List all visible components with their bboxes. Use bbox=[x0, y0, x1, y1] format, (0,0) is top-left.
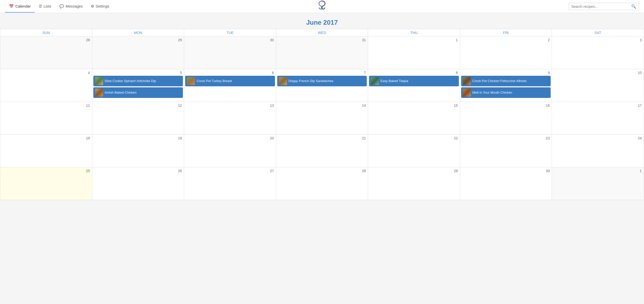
cal-cell[interactable]: 1 bbox=[552, 167, 644, 200]
day-number: 2 bbox=[461, 37, 551, 43]
recipe-name: Crock Pot Turkey Breast bbox=[196, 79, 232, 83]
search-icon: 🔍 bbox=[631, 4, 636, 9]
day-number: 3 bbox=[553, 37, 643, 43]
cal-cell[interactable]: 7Drippy French Dip Sandwiches bbox=[276, 69, 368, 102]
cal-cell[interactable]: 8Easy Baked Tilapia bbox=[368, 69, 460, 102]
recipe-card[interactable]: Slow Cooker Spinach Artichoke Dip bbox=[93, 76, 183, 86]
cal-cell[interactable]: 5Slow Cooker Spinach Artichoke DipAmish … bbox=[92, 69, 184, 102]
day-number: 29 bbox=[369, 168, 459, 174]
cal-cell[interactable]: 21 bbox=[276, 135, 368, 167]
recipe-card[interactable]: Drippy French Dip Sandwiches bbox=[277, 76, 367, 86]
cal-cell[interactable]: 24 bbox=[552, 135, 644, 167]
nav-calendar-label: Calendar bbox=[15, 4, 31, 8]
recipe-thumbnail bbox=[95, 77, 103, 85]
recipe-name: Amish Baked Chicken bbox=[105, 91, 137, 95]
day-number: 13 bbox=[185, 103, 275, 108]
day-number: 20 bbox=[185, 136, 275, 141]
settings-icon: ⚙ bbox=[91, 4, 94, 9]
recipe-thumbnail bbox=[95, 89, 103, 97]
cal-cell[interactable]: 27 bbox=[184, 167, 276, 200]
day-number: 5 bbox=[93, 70, 183, 76]
cal-cell[interactable]: 6Crock Pot Turkey Breast bbox=[184, 69, 276, 102]
day-number: 1 bbox=[369, 37, 459, 43]
header: 📅 Calendar ☰ Lists 💬 Messages ⚙ Settings… bbox=[0, 0, 644, 13]
day-header-tue: TUE bbox=[184, 29, 276, 36]
cal-cell[interactable]: 12 bbox=[92, 102, 184, 135]
day-number: 9 bbox=[461, 70, 551, 76]
recipe-thumbnail bbox=[463, 77, 471, 85]
cal-cell[interactable]: 28 bbox=[276, 167, 368, 200]
cal-cell[interactable]: 25 bbox=[0, 167, 92, 200]
cal-cell[interactable]: 31 bbox=[276, 36, 368, 69]
cal-cell[interactable]: 19 bbox=[92, 135, 184, 167]
nav-settings-label: Settings bbox=[96, 4, 109, 8]
recipe-card[interactable]: Amish Baked Chicken bbox=[93, 87, 183, 98]
recipe-name: Crock Pot Chicken Fettuccine Alfredo bbox=[472, 79, 527, 83]
calendar-grid: SUNMONTUEWEDTHUFRISAT2829303112345Slow C… bbox=[0, 29, 644, 200]
cal-cell[interactable]: 26 bbox=[92, 167, 184, 200]
recipe-card[interactable]: Melt in Your Mouth Chicken bbox=[461, 87, 551, 98]
cal-cell[interactable]: 9Crock Pot Chicken Fettuccine AlfredoMel… bbox=[460, 69, 552, 102]
day-number: 14 bbox=[277, 103, 367, 108]
day-number: 26 bbox=[93, 168, 183, 174]
cal-cell[interactable]: 30 bbox=[460, 167, 552, 200]
day-number: 11 bbox=[1, 103, 91, 108]
cal-cell[interactable]: 4 bbox=[0, 69, 92, 102]
search-bar[interactable]: 🔍 bbox=[569, 3, 639, 10]
cal-cell[interactable]: 10 bbox=[552, 69, 644, 102]
recipe-card[interactable]: Easy Baked Tilapia bbox=[369, 76, 459, 86]
day-number: 6 bbox=[185, 70, 275, 76]
logo bbox=[316, 0, 328, 13]
cal-cell[interactable]: 28 bbox=[0, 36, 92, 69]
cal-cell[interactable]: 18 bbox=[0, 135, 92, 167]
cal-cell[interactable]: 14 bbox=[276, 102, 368, 135]
cal-cell[interactable]: 22 bbox=[368, 135, 460, 167]
recipe-card[interactable]: Crock Pot Chicken Fettuccine Alfredo bbox=[461, 76, 551, 86]
day-header-wed: WED bbox=[276, 29, 368, 36]
day-number: 10 bbox=[553, 70, 643, 76]
day-number: 15 bbox=[369, 103, 459, 108]
cal-cell[interactable]: 3 bbox=[552, 36, 644, 69]
day-number: 1 bbox=[553, 168, 643, 174]
cal-cell[interactable]: 23 bbox=[460, 135, 552, 167]
cal-cell[interactable]: 11 bbox=[0, 102, 92, 135]
calendar-title: June 2017 bbox=[0, 16, 644, 29]
nav-messages[interactable]: 💬 Messages bbox=[55, 1, 87, 13]
day-number: 24 bbox=[553, 136, 643, 141]
day-number: 19 bbox=[93, 136, 183, 141]
nav-calendar[interactable]: 📅 Calendar bbox=[5, 1, 35, 13]
day-number: 28 bbox=[277, 168, 367, 174]
cal-cell[interactable]: 13 bbox=[184, 102, 276, 135]
recipe-card[interactable]: Crock Pot Turkey Breast bbox=[185, 76, 275, 86]
day-number: 25 bbox=[1, 168, 91, 174]
day-header-thu: THU bbox=[368, 29, 460, 36]
day-number: 4 bbox=[1, 70, 91, 76]
day-number: 29 bbox=[93, 37, 183, 43]
nav-messages-label: Messages bbox=[66, 4, 83, 8]
search-input[interactable] bbox=[571, 5, 629, 9]
day-number: 12 bbox=[93, 103, 183, 108]
cal-cell[interactable]: 29 bbox=[368, 167, 460, 200]
lists-icon: ☰ bbox=[39, 4, 42, 9]
recipe-thumbnail bbox=[279, 77, 287, 85]
cal-cell[interactable]: 17 bbox=[552, 102, 644, 135]
day-number: 23 bbox=[461, 136, 551, 141]
day-number: 28 bbox=[1, 37, 91, 43]
day-number: 8 bbox=[369, 70, 459, 76]
cal-cell[interactable]: 2 bbox=[460, 36, 552, 69]
recipe-name: Melt in Your Mouth Chicken bbox=[472, 91, 512, 95]
day-number: 18 bbox=[1, 136, 91, 141]
nav-settings[interactable]: ⚙ Settings bbox=[87, 1, 113, 13]
cal-cell[interactable]: 15 bbox=[368, 102, 460, 135]
cal-cell[interactable]: 20 bbox=[184, 135, 276, 167]
nav-lists[interactable]: ☰ Lists bbox=[35, 1, 55, 13]
recipe-name: Slow Cooker Spinach Artichoke Dip bbox=[105, 79, 156, 83]
cal-cell[interactable]: 29 bbox=[92, 36, 184, 69]
messages-icon: 💬 bbox=[59, 4, 64, 9]
recipe-thumbnail bbox=[371, 77, 379, 85]
cal-cell[interactable]: 16 bbox=[460, 102, 552, 135]
cal-cell[interactable]: 1 bbox=[368, 36, 460, 69]
recipe-thumbnail bbox=[187, 77, 195, 85]
cal-cell[interactable]: 30 bbox=[184, 36, 276, 69]
day-number: 27 bbox=[185, 168, 275, 174]
